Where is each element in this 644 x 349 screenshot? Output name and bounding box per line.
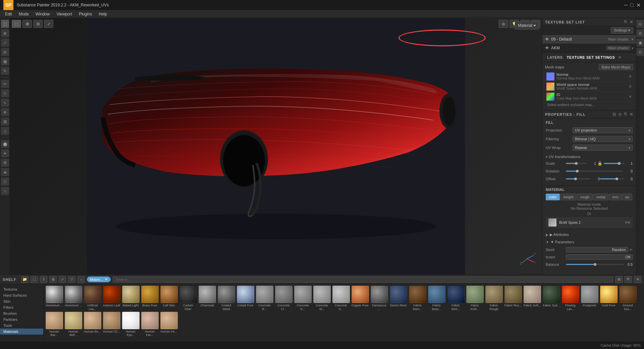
shelf-extra-btn1[interactable]: ⊞ [49,276,57,283]
lock-icon[interactable]: 🔒 [597,161,602,166]
far-right-icon-4[interactable]: ⊡ [636,48,644,56]
shelf-new-btn[interactable]: □ [31,276,38,283]
shelf-cat-textures[interactable]: Textures [0,286,43,292]
mat-tab-color[interactable]: color [546,194,560,200]
tool-smudge[interactable]: ∿ [1,99,9,107]
bake-mesh-maps-btn[interactable]: Bake Mesh Maps [599,64,633,70]
tool-extra[interactable]: ☆ [1,187,9,195]
shelf-item-denim[interactable]: Denim Rivet [389,286,408,311]
far-right-icon-3[interactable]: ▣ [636,39,644,47]
shelf-import-btn[interactable]: ⇩ [40,276,47,283]
menu-plugins[interactable]: Plugins [75,11,95,17]
base-color-dropdown[interactable]: ▾ [628,220,630,225]
scale-slider-1[interactable] [566,161,586,166]
shelf-item-coated[interactable]: Coated Metal [217,286,235,311]
texture-set-settings-tab[interactable]: TEXTURE SET SETTINGS [565,54,617,61]
texture-set-row-akm[interactable]: 👁 AKM Main shader ▾ [542,44,636,52]
shelf-item-humanFac[interactable]: Human Fac... [141,312,159,337]
shelf-material-tag[interactable]: Materi... ✕ [87,277,111,282]
minimize-btn[interactable]: ─ [624,2,628,8]
shelf-item-damascus[interactable]: Damascus ... [370,286,388,311]
shelf-item-fabricBarn[interactable]: Fabric Barn... [408,286,427,311]
mat-tab-nrm[interactable]: nrm [609,194,622,200]
filtering-dropdown[interactable]: Bilinear | HQ ▾ [573,136,633,142]
offset-slider-1[interactable] [566,177,590,181]
viewport-solo-btn[interactable]: ⤢ [44,20,53,28]
shelf-expand-btn[interactable]: ⇱ [625,276,632,283]
texture-set-row-default[interactable]: 👁 09 - Default Main shader ▾ [542,35,636,44]
shelf-item-calf[interactable]: Calf Skin [160,286,178,311]
menu-window[interactable]: Window [32,11,53,17]
menu-help[interactable]: Help [95,11,110,17]
shelf-cat-brushes[interactable]: Brushes [0,310,43,316]
shelf-cat-skin[interactable]: Skin [0,298,43,304]
mat-tab-rough[interactable]: rough [577,194,593,200]
offset-slider-2[interactable] [600,177,625,181]
layers-tab[interactable]: LAYERS [545,54,565,61]
menu-mode[interactable]: Mode [15,11,32,17]
far-right-icon-2[interactable]: ⊟ [636,29,644,37]
shelf-item-gold[interactable]: Gold Pure [599,286,618,311]
close-btn[interactable]: ✕ [636,2,641,8]
shelf-item-fabricKnit[interactable]: Fabric Knitt... [466,286,484,311]
tool-picker[interactable]: ✦ [1,149,9,157]
shelf-cat-materials[interactable]: Materials [0,329,43,335]
shelf-circle-btn[interactable]: ○ [77,276,85,283]
shelf-open-folder-btn[interactable]: 📁 [21,276,29,283]
window-controls[interactable]: ─ □ ✕ [624,2,641,8]
tool-mirror[interactable]: ⊟ [1,48,9,56]
ts-shader-akm[interactable]: Main shader [606,46,631,50]
viewport-3d-btn[interactable]: ⬚ [12,20,21,28]
shelf-item-concreteb[interactable]: Concrete B... [255,286,274,311]
shelf-item-humanBel[interactable]: Human Bell... [64,312,83,337]
tool-brush[interactable]: ✏ [1,80,9,88]
tool-paint[interactable]: ⬤ [1,140,9,148]
mm-id-close[interactable]: ✕ [629,94,632,99]
mat-tab-ao[interactable]: ao [622,194,632,200]
shelf-filter-btn[interactable]: ▽ [68,276,75,283]
tool-bake[interactable]: ⬡ [1,178,9,186]
shelf-item-fabricBase[interactable]: Fabric Base... [427,286,446,311]
projection-dropdown[interactable]: UV projection ▾ [573,127,633,133]
tool-rotate[interactable]: ↻ [1,67,9,75]
mesh-map-normal[interactable]: Normal Normal Map from Mesh AKM ✕ [545,71,633,82]
parameters-row[interactable]: ▼ ▼ Parameters [546,239,633,245]
shelf-item-aluminium1[interactable]: Aluminium ... [45,286,63,311]
attributes-row[interactable]: ▶ ▶ Attributes [546,231,633,238]
shelf-extra-btn2[interactable]: ⤢ [59,276,66,283]
menu-edit[interactable]: Edit [2,11,15,17]
shelf-item-fabricDeni[interactable]: Fabric Deni... [446,286,465,311]
shelf-item-humanEye[interactable]: Human Eye... [121,312,140,337]
shelf-item-fabricRough[interactable]: Fabric Rough [485,286,503,311]
tool-polygon[interactable]: △ [1,127,9,135]
uv-transform-header[interactable]: ▾ UV transformations [546,155,633,159]
prop-fill-close-icon[interactable]: ✕ [630,112,633,117]
shelf-item-fabricSuit[interactable]: Fabric Suit... [542,286,560,311]
shelf-item-concreteS[interactable]: Concrete S... [332,286,350,311]
shelf-item-cobalt[interactable]: Cobalt Pure [236,286,255,311]
prop-fill-layers-icon[interactable]: ⊟ [612,112,616,117]
uvwrap-dropdown[interactable]: Repeat ▾ [573,145,633,151]
ts-eye-default[interactable]: 👁 [545,37,549,42]
mm-ambient-select[interactable]: Select ambient occlusion map... [545,102,633,108]
shelf-item-autumn[interactable]: Autumn Leaf [102,286,121,311]
base-color-close[interactable]: ✕ [625,220,628,225]
tool-eraser[interactable]: ◻ [1,89,9,97]
shelf-tag-close[interactable]: ✕ [105,277,108,282]
shelf-cat-hard[interactable]: Hard Surfaces [0,292,43,298]
shelf-item-humanCh[interactable]: Human Ch... [102,312,121,337]
tool-select[interactable]: ⬚ [1,20,9,28]
menu-viewport[interactable]: Viewport [53,11,75,17]
balance-slider[interactable] [566,262,624,267]
viewport-2d-btn[interactable]: ⊞ [22,20,32,28]
viewport-split-btn[interactable]: ⊟ [33,20,43,28]
shelf-item-fabricSoft[interactable]: Fabric Soft... [523,286,541,311]
shelf-item-carbon[interactable]: Carbon Fiber [179,286,197,311]
shelf-item-ground[interactable]: Ground Gra... [619,286,637,311]
tool-layout[interactable]: ▦ [1,57,9,65]
mat-tab-metal[interactable]: metal [593,194,608,200]
shelf-cat-filters[interactable]: Filters [0,304,43,310]
maximize-btn[interactable]: □ [630,2,634,8]
tool-measure[interactable]: ◈ [1,168,9,176]
mesh-map-id[interactable]: ID Color Map from Mesh AKM ✕ [545,92,633,102]
